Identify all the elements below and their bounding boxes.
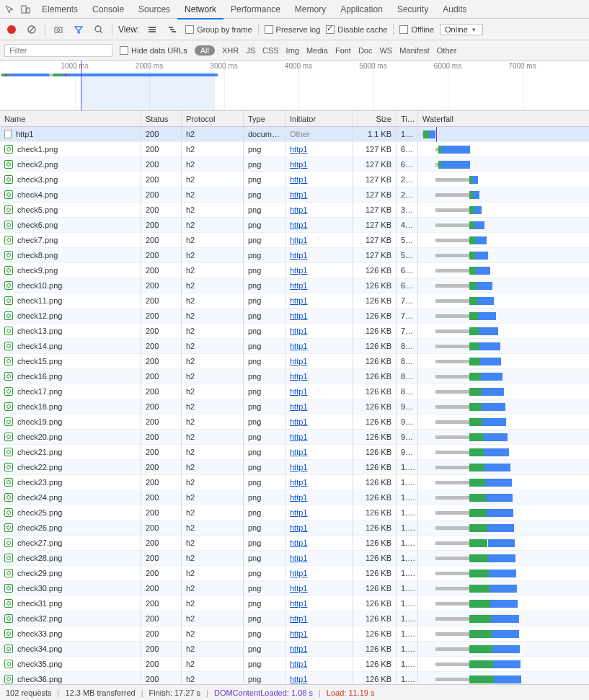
filter-type-css[interactable]: CSS	[262, 46, 279, 55]
table-row[interactable]: check34.png200h2pnghttp1126 KB1.…	[0, 642, 589, 657]
table-row[interactable]: check16.png200h2pnghttp1126 KB8…	[0, 369, 589, 384]
offline-checkbox[interactable]: Offline	[399, 25, 434, 34]
tab-elements[interactable]: Elements	[35, 0, 85, 19]
filter-type-all[interactable]: All	[195, 45, 215, 56]
table-row[interactable]: http1200h2docum…Other1.1 KB1…	[0, 127, 589, 142]
col-initiator[interactable]: Initiator	[285, 111, 353, 126]
initiator-link[interactable]: http1	[290, 660, 307, 668]
disable-cache-checkbox[interactable]: Disable cache	[326, 25, 387, 34]
tab-memory[interactable]: Memory	[288, 0, 333, 19]
initiator-link[interactable]: http1	[290, 599, 307, 608]
initiator-link[interactable]: http1	[290, 190, 307, 199]
table-row[interactable]: check22.png200h2pnghttp1126 KB1.…	[0, 460, 589, 475]
filter-toggle-icon[interactable]	[71, 22, 86, 37]
table-row[interactable]: check9.png200h2pnghttp1126 KB6…	[0, 263, 589, 278]
table-row[interactable]: check23.png200h2pnghttp1126 KB1.…	[0, 475, 589, 490]
initiator-link[interactable]: http1	[290, 205, 307, 214]
filter-type-doc[interactable]: Doc	[358, 46, 373, 55]
initiator-link[interactable]: http1	[290, 327, 307, 335]
table-row[interactable]: check28.png200h2pnghttp1126 KB1.…	[0, 551, 589, 566]
table-row[interactable]: check32.png200h2pnghttp1126 KB1.…	[0, 611, 589, 626]
inspect-icon[interactable]	[3, 3, 16, 16]
initiator-link[interactable]: http1	[290, 311, 307, 320]
table-row[interactable]: check35.png200h2pnghttp1126 KB1.…	[0, 657, 589, 672]
table-row[interactable]: check18.png200h2pnghttp1126 KB9…	[0, 399, 589, 415]
filter-type-manifest[interactable]: Manifest	[399, 46, 430, 55]
table-row[interactable]: check11.png200h2pnghttp1126 KB7…	[0, 293, 589, 309]
table-row[interactable]: check36.png200h2pnghttp1126 KB1.…	[0, 672, 589, 684]
table-row[interactable]: check19.png200h2pnghttp1126 KB9…	[0, 415, 589, 430]
capture-screenshot-icon[interactable]	[51, 22, 66, 37]
filter-type-img[interactable]: Img	[286, 46, 299, 55]
filter-type-js[interactable]: JS	[246, 46, 255, 55]
table-row[interactable]: check4.png200h2pnghttp1127 KB2…	[0, 187, 589, 203]
table-row[interactable]: check14.png200h2pnghttp1126 KB8…	[0, 339, 589, 354]
initiator-link[interactable]: http1	[290, 508, 307, 517]
table-row[interactable]: check1.png200h2pnghttp1127 KB6…	[0, 142, 589, 157]
table-row[interactable]: check20.png200h2pnghttp1126 KB9…	[0, 430, 589, 445]
initiator-link[interactable]: http1	[290, 221, 307, 229]
initiator-link[interactable]: http1	[290, 402, 307, 411]
table-row[interactable]: check10.png200h2pnghttp1126 KB6…	[0, 278, 589, 293]
table-row[interactable]: check24.png200h2pnghttp1126 KB1.…	[0, 490, 589, 505]
initiator-link[interactable]: http1	[290, 145, 307, 154]
table-row[interactable]: check13.png200h2pnghttp1126 KB7…	[0, 324, 589, 339]
record-button[interactable]	[4, 22, 19, 37]
initiator-link[interactable]: http1	[290, 372, 307, 381]
initiator-link[interactable]: http1	[290, 236, 307, 244]
filter-input[interactable]	[4, 44, 112, 57]
tab-network[interactable]: Network	[177, 0, 223, 19]
initiator-link[interactable]: http1	[290, 448, 307, 456]
table-row[interactable]: check17.png200h2pnghttp1126 KB8…	[0, 384, 589, 399]
table-row[interactable]: check30.png200h2pnghttp1126 KB1.…	[0, 581, 589, 596]
initiator-link[interactable]: http1	[290, 523, 307, 532]
tab-application[interactable]: Application	[333, 0, 390, 19]
initiator-link[interactable]: http1	[290, 175, 307, 184]
initiator-link[interactable]: http1	[290, 614, 307, 623]
initiator-link[interactable]: http1	[290, 342, 307, 350]
initiator-link[interactable]: http1	[290, 644, 307, 653]
tab-sources[interactable]: Sources	[131, 0, 177, 19]
col-protocol[interactable]: Protocol	[182, 111, 244, 126]
initiator-link[interactable]: http1	[290, 387, 307, 396]
throttling-select[interactable]: Online	[440, 24, 483, 35]
filter-type-font[interactable]: Font	[335, 46, 351, 55]
device-icon[interactable]	[19, 3, 32, 16]
initiator-link[interactable]: http1	[290, 629, 307, 638]
tab-performance[interactable]: Performance	[223, 0, 288, 19]
preserve-log-checkbox[interactable]: Preserve log	[265, 25, 321, 34]
table-row[interactable]: check15.png200h2pnghttp1126 KB8…	[0, 354, 589, 369]
tab-console[interactable]: Console	[85, 0, 131, 19]
initiator-link[interactable]: http1	[290, 569, 307, 577]
initiator-link[interactable]: http1	[290, 554, 307, 562]
col-type[interactable]: Type	[244, 111, 285, 126]
initiator-link[interactable]: http1	[290, 463, 307, 471]
initiator-link[interactable]: http1	[290, 433, 307, 441]
initiator-link[interactable]: http1	[290, 266, 307, 275]
initiator-link[interactable]: http1	[290, 417, 307, 426]
initiator-link[interactable]: http1	[290, 160, 307, 169]
tab-audits[interactable]: Audits	[435, 0, 474, 19]
initiator-link[interactable]: http1	[290, 357, 307, 365]
col-waterfall[interactable]: Waterfall	[418, 111, 589, 126]
initiator-link[interactable]: http1	[290, 493, 307, 502]
table-row[interactable]: check31.png200h2pnghttp1126 KB1.…	[0, 596, 589, 611]
search-icon[interactable]	[92, 22, 106, 37]
col-status[interactable]: Status	[141, 111, 182, 126]
initiator-link[interactable]: http1	[290, 281, 307, 290]
table-row[interactable]: check6.png200h2pnghttp1127 KB4…	[0, 218, 589, 233]
filter-type-media[interactable]: Media	[306, 46, 328, 55]
initiator-link[interactable]: http1	[290, 296, 307, 305]
table-row[interactable]: check26.png200h2pnghttp1126 KB1.…	[0, 520, 589, 536]
table-row[interactable]: check21.png200h2pnghttp1126 KB9…	[0, 445, 589, 460]
table-row[interactable]: check8.png200h2pnghttp1127 KB5…	[0, 248, 589, 263]
large-rows-icon[interactable]	[145, 22, 159, 37]
table-row[interactable]: check33.png200h2pnghttp1126 KB1.…	[0, 626, 589, 642]
group-by-frame-checkbox[interactable]: Group by frame	[185, 25, 252, 34]
initiator-link[interactable]: http1	[290, 478, 307, 487]
hide-data-urls-checkbox[interactable]: Hide data URLs	[120, 46, 187, 55]
col-time[interactable]: Ti…	[397, 111, 418, 126]
waterfall-view-icon[interactable]	[165, 22, 180, 37]
table-row[interactable]: check29.png200h2pnghttp1126 KB1.…	[0, 566, 589, 581]
col-size[interactable]: Size	[353, 111, 397, 126]
